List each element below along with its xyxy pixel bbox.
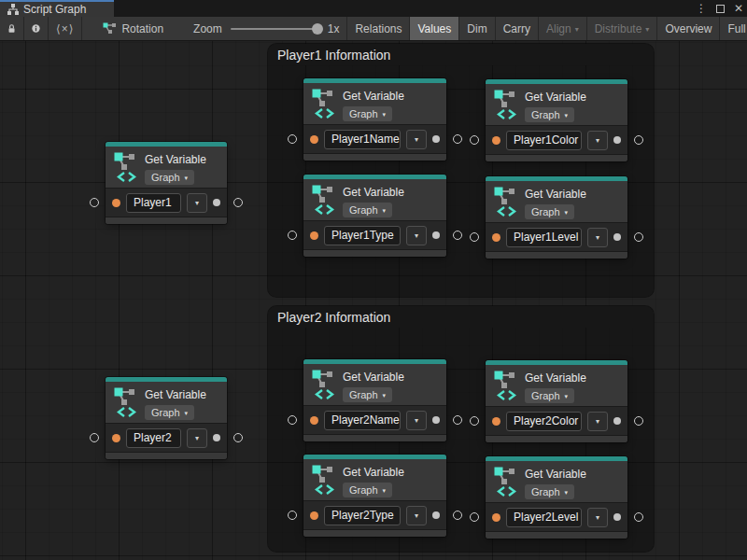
value-output-port[interactable] xyxy=(613,513,621,521)
variable-dropdown-button[interactable]: ▾ xyxy=(187,428,207,448)
external-output-port[interactable] xyxy=(634,232,643,242)
value-output-port[interactable] xyxy=(613,233,621,241)
info-button[interactable] xyxy=(24,17,49,40)
variable-name-field[interactable]: Player2Type xyxy=(324,506,401,525)
variable-name-field[interactable]: Player1Color xyxy=(506,131,582,150)
external-output-port[interactable] xyxy=(233,198,243,207)
align-dropdown[interactable]: Align ▾ xyxy=(539,17,587,40)
lock-button[interactable] xyxy=(0,17,24,40)
fullscreen-button[interactable]: Full Screen xyxy=(720,17,747,40)
external-output-port[interactable] xyxy=(634,512,643,522)
variable-input-port[interactable] xyxy=(492,417,500,426)
carry-button[interactable]: Carry xyxy=(496,17,539,40)
value-output-port[interactable] xyxy=(432,231,440,239)
variable-input-port[interactable] xyxy=(310,416,318,425)
group-title[interactable]: Player2 Information xyxy=(268,306,654,328)
tab-script-graph[interactable]: Script Graph xyxy=(0,0,114,17)
external-output-port[interactable] xyxy=(453,415,462,425)
variable-name-field[interactable]: Player2Color xyxy=(506,412,582,431)
relations-button[interactable]: Relations xyxy=(346,17,410,40)
window-menu-icon[interactable]: ⋮ xyxy=(696,0,707,17)
value-output-port[interactable] xyxy=(613,417,621,425)
value-output-port[interactable] xyxy=(613,136,621,144)
get-variable-node-player1[interactable]: Get Variable Graph ▾ Player1 ▾ xyxy=(106,142,227,224)
dim-button[interactable]: Dim xyxy=(459,17,495,40)
external-input-port[interactable] xyxy=(288,511,297,520)
variable-name-field[interactable]: Player1Level xyxy=(506,228,582,247)
graph-dropdown-button[interactable]: Graph ▾ xyxy=(525,484,574,499)
external-output-port[interactable] xyxy=(453,231,462,240)
get-variable-node-player2name[interactable]: Get Variable Graph ▾ Player2Name ▾ xyxy=(303,359,446,441)
variable-input-port[interactable] xyxy=(310,511,318,520)
get-variable-node-player1level[interactable]: Get Variable Graph ▾ Player1Level ▾ xyxy=(486,176,627,259)
value-output-port[interactable] xyxy=(432,416,440,424)
graph-dropdown-button[interactable]: Graph ▾ xyxy=(343,106,392,121)
variable-dropdown-button[interactable]: ▾ xyxy=(587,131,608,150)
get-variable-node-player2color[interactable]: Get Variable Graph ▾ Player2Color ▾ xyxy=(486,360,627,442)
variable-name-field[interactable]: Player1Type xyxy=(324,226,401,245)
external-input-port[interactable] xyxy=(470,512,479,522)
value-output-port[interactable] xyxy=(213,434,220,441)
variable-dropdown-button[interactable]: ▾ xyxy=(587,412,608,431)
variable-name-field[interactable]: Player1 xyxy=(126,193,181,213)
variable-dropdown-button[interactable]: ▾ xyxy=(406,411,427,430)
get-variable-node-player2level[interactable]: Get Variable Graph ▾ Player2Level ▾ xyxy=(486,456,627,539)
distribute-dropdown[interactable]: Distribute ▾ xyxy=(587,17,658,40)
zoom-slider[interactable] xyxy=(231,28,319,30)
variable-name-field[interactable]: Player2Name xyxy=(324,411,401,430)
variable-input-port[interactable] xyxy=(492,136,500,145)
values-button[interactable]: Values xyxy=(410,17,459,40)
external-input-port[interactable] xyxy=(288,134,297,144)
variable-input-port[interactable] xyxy=(492,513,500,522)
external-input-port[interactable] xyxy=(90,198,99,207)
overview-button[interactable]: Overview xyxy=(657,17,720,40)
graph-dropdown-button[interactable]: Graph ▾ xyxy=(525,388,574,403)
value-output-port[interactable] xyxy=(432,511,440,519)
variable-dropdown-button[interactable]: ▾ xyxy=(406,130,427,149)
graph-dropdown-button[interactable]: Graph ▾ xyxy=(343,387,392,402)
variable-input-port[interactable] xyxy=(112,434,120,442)
get-variable-node-player1color[interactable]: Get Variable Graph ▾ Player1Color ▾ xyxy=(486,79,627,161)
external-input-port[interactable] xyxy=(470,135,479,145)
external-output-port[interactable] xyxy=(233,433,243,442)
variable-dropdown-button[interactable]: ▾ xyxy=(587,228,608,247)
variable-dropdown-button[interactable]: ▾ xyxy=(406,506,427,525)
variable-input-port[interactable] xyxy=(112,199,120,207)
get-variable-node-player2type[interactable]: Get Variable Graph ▾ Player2Type ▾ xyxy=(303,455,446,537)
graph-dropdown-button[interactable]: Graph ▾ xyxy=(343,483,392,497)
variable-dropdown-button[interactable]: ▾ xyxy=(187,193,207,213)
graph-dropdown-button[interactable]: Graph ▾ xyxy=(525,204,574,219)
graph-dropdown-button[interactable]: Graph ▾ xyxy=(525,107,574,122)
variable-input-port[interactable] xyxy=(310,135,318,144)
variable-dropdown-button[interactable]: ▾ xyxy=(406,226,427,245)
external-output-port[interactable] xyxy=(634,135,643,145)
value-output-port[interactable] xyxy=(213,199,220,206)
graph-dropdown-button[interactable]: Graph ▾ xyxy=(145,405,194,420)
graph-dropdown-button[interactable]: Graph ▾ xyxy=(343,203,392,217)
maximize-icon[interactable] xyxy=(716,5,725,13)
variable-name-field[interactable]: Player1Name xyxy=(324,130,401,149)
variable-dropdown-button[interactable]: ▾ xyxy=(587,508,608,527)
graph-dropdown-button[interactable]: Graph ▾ xyxy=(145,170,194,185)
get-variable-node-player1name[interactable]: Get Variable Graph ▾ Player1Name ▾ xyxy=(303,78,446,161)
value-output-port[interactable] xyxy=(432,135,440,143)
external-input-port[interactable] xyxy=(470,416,479,426)
variable-name-field[interactable]: Player2 xyxy=(126,428,181,448)
external-input-port[interactable] xyxy=(288,415,297,425)
external-input-port[interactable] xyxy=(470,232,479,242)
variable-input-port[interactable] xyxy=(310,231,318,240)
external-input-port[interactable] xyxy=(288,231,297,240)
get-variable-node-player1type[interactable]: Get Variable Graph ▾ Player1Type ▾ xyxy=(303,175,446,257)
graph-canvas[interactable]: Player1 Information Player2 Information … xyxy=(0,41,747,560)
external-input-port[interactable] xyxy=(90,433,99,442)
code-toggle-button[interactable]: ⟨×⟩ xyxy=(49,17,82,40)
external-output-port[interactable] xyxy=(453,134,462,144)
variable-input-port[interactable] xyxy=(492,233,500,242)
close-icon[interactable]: ✕ xyxy=(734,0,743,17)
variable-name-field[interactable]: Player2Level xyxy=(506,508,582,527)
zoom-slider-handle[interactable] xyxy=(312,23,323,35)
group-title[interactable]: Player1 Information xyxy=(268,44,654,65)
external-output-port[interactable] xyxy=(634,416,643,426)
external-output-port[interactable] xyxy=(453,511,462,520)
get-variable-node-player2[interactable]: Get Variable Graph ▾ Player2 ▾ xyxy=(106,377,227,459)
